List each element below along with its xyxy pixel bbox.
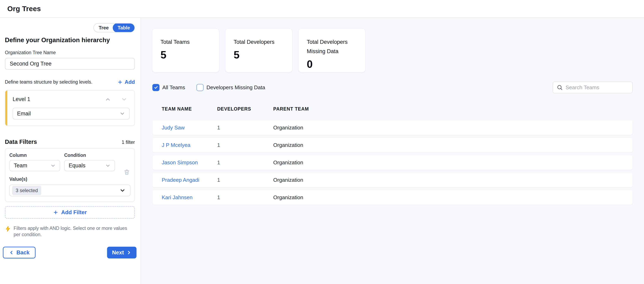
back-button[interactable]: Back (3, 247, 36, 259)
team-parent: Organization (273, 125, 623, 131)
structure-label: Define teams structure by selecting leve… (5, 79, 92, 85)
view-toggle-tree[interactable]: Tree (94, 23, 113, 32)
stat-card-total-teams: Total Teams 5 (152, 29, 219, 72)
team-parent: Organization (273, 142, 623, 148)
plus-icon (118, 80, 123, 85)
column-value: Team (14, 162, 27, 169)
column-header-developers: DEVELOPERS (217, 106, 273, 112)
column-select[interactable]: Team (9, 160, 60, 171)
lightning-icon (5, 226, 11, 238)
table-controls-row: All Teams Developers Missing Data (152, 82, 632, 93)
chevron-up-icon (105, 96, 111, 102)
level-field-select[interactable]: Email (12, 108, 130, 120)
table-row[interactable]: Pradeep Angadi 1 Organization (152, 173, 632, 187)
values-label: Value(s) (9, 176, 130, 182)
team-developers: 1 (217, 194, 273, 201)
add-level-button[interactable]: Add (118, 79, 135, 85)
selected-count-chip: 3 selected (12, 186, 41, 195)
condition-value: Equals (69, 162, 86, 169)
team-developers: 1 (217, 159, 273, 166)
team-developers: 1 (217, 142, 273, 148)
values-multiselect[interactable]: 3 selected (9, 185, 130, 196)
tree-name-input[interactable] (5, 58, 135, 70)
developers-missing-data-checkbox[interactable] (196, 84, 204, 91)
main-content: Total Teams 5 Total Developers 5 Total D… (141, 18, 644, 284)
all-teams-checkbox[interactable] (152, 84, 160, 91)
table-row[interactable]: Kari Jahnsen 1 Organization (152, 190, 632, 205)
team-name-link[interactable]: Kari Jahnsen (162, 194, 217, 201)
column-header-team-name: TEAM NAME (162, 106, 217, 112)
search-teams-input[interactable] (566, 84, 634, 91)
team-developers: 1 (217, 177, 273, 183)
stat-card-total-developers: Total Developers 5 (226, 29, 292, 72)
stat-card-missing-data: Total Developers Missing Data 0 (299, 29, 365, 72)
all-teams-filter[interactable]: All Teams (152, 84, 185, 91)
teams-table: TEAM NAME DEVELOPERS PARENT TEAM Judy Sa… (152, 106, 632, 205)
column-label: Column (9, 152, 60, 158)
stat-value: 0 (307, 58, 358, 70)
stat-value: 5 (160, 49, 211, 61)
stats-row: Total Teams 5 Total Developers 5 Total D… (152, 29, 632, 72)
checkmark-icon (154, 85, 158, 90)
condition-select[interactable]: Equals (64, 160, 115, 171)
view-toggle: Tree Table (94, 23, 135, 32)
team-parent: Organization (273, 159, 623, 166)
table-row[interactable]: Jason Simpson 1 Organization (152, 155, 632, 170)
move-level-up-button[interactable] (105, 96, 111, 102)
level-card: Level 1 Email (5, 90, 135, 126)
table-body: Judy Saw 1 Organization J P Mcelyea 1 Or… (152, 120, 632, 205)
condition-label: Condition (64, 152, 115, 158)
level-title: Level 1 (12, 96, 30, 102)
sidebar: Tree Table Define your Organization hier… (0, 18, 141, 284)
trash-icon (124, 169, 130, 175)
table-header-row: TEAM NAME DEVELOPERS PARENT TEAM (152, 106, 632, 112)
search-teams-box (552, 82, 632, 93)
page-title: Org Trees (7, 5, 41, 13)
stat-label: Total Developers Missing Data (307, 37, 358, 56)
stat-label: Total Developers (234, 37, 284, 47)
chevron-down-icon (120, 111, 125, 117)
next-button[interactable]: Next (107, 247, 136, 259)
team-name-link[interactable]: Jason Simpson (162, 159, 217, 166)
view-toggle-table[interactable]: Table (113, 23, 135, 32)
developers-missing-data-label: Developers Missing Data (206, 84, 265, 91)
stat-value: 5 (234, 49, 284, 61)
chevron-down-icon (50, 163, 56, 168)
next-label: Next (112, 250, 124, 256)
table-row[interactable]: J P Mcelyea 1 Organization (152, 138, 632, 152)
hierarchy-heading: Define your Organization hierarchy (5, 36, 135, 44)
column-header-parent-team: PARENT TEAM (273, 106, 623, 112)
team-developers: 1 (217, 125, 273, 131)
chevron-down-icon (105, 163, 110, 168)
add-filter-button[interactable]: Add Filter (5, 206, 135, 219)
tree-name-label: Organization Tree Name (5, 50, 135, 55)
team-name-link[interactable]: Pradeep Angadi (162, 177, 217, 183)
team-parent: Organization (273, 194, 623, 201)
data-filters-title: Data Filters (5, 139, 37, 145)
chevron-left-icon (9, 250, 14, 255)
search-icon (557, 84, 563, 91)
all-teams-label: All Teams (162, 84, 185, 91)
team-parent: Organization (273, 177, 623, 183)
view-toggle-row: Tree Table (5, 23, 135, 32)
app-header: Org Trees (0, 0, 644, 18)
move-level-down-button[interactable] (121, 96, 127, 102)
plus-icon (53, 210, 58, 215)
chevron-down-icon (120, 187, 126, 193)
add-level-label: Add (124, 79, 135, 85)
developers-missing-data-filter[interactable]: Developers Missing Data (196, 84, 265, 91)
filters-note: Filters apply with AND logic. Select one… (14, 225, 128, 238)
table-row[interactable]: Judy Saw 1 Organization (152, 120, 632, 135)
chevron-right-icon (126, 250, 132, 255)
add-filter-label: Add Filter (61, 209, 87, 216)
filter-count-badge: 1 filter (122, 139, 135, 145)
delete-filter-button[interactable] (124, 169, 130, 175)
back-label: Back (16, 250, 30, 256)
stat-label: Total Teams (160, 37, 211, 47)
team-name-link[interactable]: J P Mcelyea (162, 142, 217, 148)
team-name-link[interactable]: Judy Saw (162, 125, 217, 131)
level-field-value: Email (17, 111, 31, 117)
chevron-down-icon (121, 96, 127, 102)
checkmark-icon (198, 85, 202, 90)
filter-card: Column Team Condition Equals (5, 148, 135, 202)
